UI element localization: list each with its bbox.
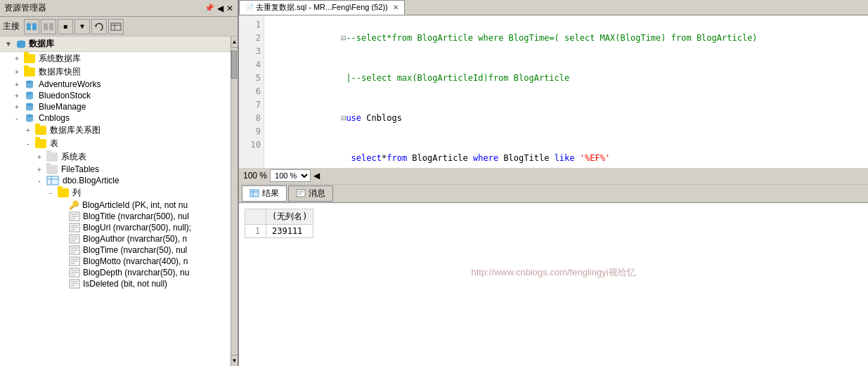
- tree-item-col-url[interactable]: BlogUrl (nvarchar(500), null);: [0, 222, 231, 233]
- expand-bluedonstock[interactable]: +: [11, 92, 22, 100]
- expand-tables[interactable]: -: [22, 140, 34, 148]
- expand-system-db[interactable]: +: [11, 55, 22, 63]
- expand-icon-db-root[interactable]: ▼: [3, 40, 14, 48]
- zoom-level: 100 %: [243, 171, 267, 181]
- left-panel-toolbar: 主接 ■ ▼: [0, 17, 238, 37]
- col-id-label: BlogArticleId (PK, int, not nu: [82, 200, 188, 210]
- results-table: (无列名) 1 239111: [245, 209, 313, 238]
- scroll-down-btn[interactable]: ▼: [231, 355, 238, 366]
- tree-item-db-snapshot[interactable]: + 数据库快照: [0, 65, 231, 79]
- zoom-left-arrow[interactable]: ◀: [313, 171, 320, 181]
- key-icon-col-id: 🔑: [69, 200, 79, 210]
- svg-rect-1: [32, 23, 37, 30]
- tree-item-col-depth[interactable]: BlogDepth (nvarchar(50), nu: [0, 267, 231, 278]
- svg-rect-3: [44, 23, 48, 30]
- tree-item-col-author[interactable]: BlogAuthor (nvarchar(50), n: [0, 233, 231, 244]
- svg-rect-48: [297, 190, 305, 197]
- col-icon-title: [69, 211, 80, 221]
- svg-rect-45: [250, 190, 259, 197]
- tree-item-blogarticle[interactable]: - dbo.BlogArticle: [0, 175, 231, 186]
- sql-line-1: ⊟--select*from BlogArticle where BlogTim…: [270, 18, 862, 58]
- bluemanage-label: BlueManage: [39, 102, 86, 112]
- scroll-track[interactable]: [231, 48, 238, 355]
- toolbar-btn-2[interactable]: [41, 19, 56, 34]
- col-author-label: BlogAuthor (nvarchar(50), n: [83, 234, 187, 244]
- toolbar-back-label: 主接: [3, 20, 20, 32]
- expand-columns[interactable]: -: [45, 189, 56, 197]
- expand-cnblogs[interactable]: -: [11, 115, 22, 122]
- sql-line-4: select*from BlogArticle where BlogTitle …: [270, 138, 862, 168]
- db-icon-cnblogs: [24, 113, 35, 123]
- svg-rect-14: [47, 176, 58, 185]
- toolbar-btn-extra[interactable]: [108, 19, 124, 34]
- resource-manager-title: 资源管理器: [4, 2, 46, 14]
- tree-container: ▼ 数据库 +: [0, 37, 231, 366]
- message-tab-label: 消息: [309, 188, 325, 200]
- expand-db-snapshot[interactable]: +: [11, 68, 22, 76]
- tree-item-system-db[interactable]: + 系统数据库: [0, 52, 231, 65]
- toolbar-btn-1[interactable]: [24, 19, 39, 34]
- tree-item-adventureworks[interactable]: + AdventureWorks: [0, 79, 231, 90]
- svg-rect-0: [27, 23, 31, 30]
- message-icon: [296, 189, 306, 197]
- zoom-bar: 100 % 100 % 75 % 125 % 150 % ◀: [239, 168, 868, 185]
- tree-item-cnblogs[interactable]: - Cnblogs: [0, 112, 231, 124]
- tree-item-filetables[interactable]: + FileTables: [0, 164, 231, 175]
- tree-item-columns[interactable]: - 列: [0, 186, 231, 200]
- auto-hide-icon[interactable]: ◀: [217, 4, 224, 13]
- tree-databases-header[interactable]: ▼ 数据库: [0, 37, 231, 52]
- toolbar-btn-filter[interactable]: ▼: [75, 19, 90, 34]
- db-icon-bluemanage: [24, 102, 35, 112]
- sql-editor-area: 1 2 3 4 5 6 7 8 9 10 ⊟--select: [239, 15, 868, 168]
- toolbar-btn-stop[interactable]: ■: [58, 19, 73, 34]
- folder-icon-filetables: [46, 165, 58, 174]
- tab-close-btn[interactable]: ✕: [393, 4, 399, 11]
- col-isdeleted-label: IsDeleted (bit, not null): [83, 279, 167, 289]
- table-row: 1 239111: [245, 224, 313, 237]
- expand-adventureworks[interactable]: +: [11, 81, 22, 89]
- tree-item-col-id[interactable]: 🔑 BlogArticleId (PK, int, not nu: [0, 200, 231, 211]
- expand-blogarticle[interactable]: -: [34, 177, 45, 185]
- tree-item-diagram[interactable]: + 数据库关系图: [0, 124, 231, 137]
- folder-icon-tables: [35, 139, 46, 148]
- tree-item-col-title[interactable]: BlogTitle (nvarchar(500), nul: [0, 211, 231, 222]
- pin-icon[interactable]: 📌: [205, 4, 214, 13]
- close-panel-icon[interactable]: ✕: [226, 4, 233, 13]
- tab-icon: 📄: [245, 4, 254, 11]
- row-number-1: 1: [245, 224, 266, 237]
- expand-filetables[interactable]: +: [34, 166, 45, 174]
- scroll-up-btn[interactable]: ▲: [231, 37, 238, 48]
- tree-item-col-isdeleted[interactable]: IsDeleted (bit, not null): [0, 278, 231, 289]
- svg-rect-6: [111, 23, 121, 30]
- col-icon-isdeleted: [69, 279, 80, 289]
- db-icon-bluedonstock: [24, 91, 35, 100]
- blogarticle-label: dbo.BlogArticle: [63, 176, 119, 185]
- col-icon-author: [69, 234, 80, 244]
- scroll-thumb[interactable]: [231, 51, 237, 79]
- results-tab-label: 结果: [262, 188, 279, 200]
- line-numbers: 1 2 3 4 5 6 7 8 9 10: [239, 15, 264, 168]
- diagram-label: 数据库关系图: [50, 124, 101, 136]
- sql-code-content[interactable]: ⊟--select*from BlogArticle where BlogTim…: [264, 15, 868, 168]
- left-panel-header: 资源管理器 📌 ◀ ✕: [0, 0, 238, 17]
- row-value-1: 239111: [266, 224, 313, 237]
- toolbar-btn-refresh[interactable]: [91, 19, 107, 34]
- tree-item-system-tables[interactable]: + 系统表: [0, 150, 231, 164]
- results-tab-result[interactable]: 结果: [242, 185, 287, 202]
- tree-item-col-time[interactable]: BlogTime (nvarchar(50), nul: [0, 244, 231, 256]
- cnblogs-label: Cnblogs: [39, 113, 70, 123]
- tree-item-bluemanage[interactable]: + BlueManage: [0, 101, 231, 112]
- left-panel-scrollbar[interactable]: ▲ ▼: [231, 37, 238, 366]
- editor-tab-active[interactable]: 📄 去重复数据.sql - MR...Feng\Feng (52)) ✕: [239, 0, 405, 15]
- tree-item-bluedonstock[interactable]: + BluedonStock: [0, 90, 231, 101]
- expand-bluemanage[interactable]: +: [11, 103, 22, 111]
- col-icon-depth: [69, 268, 80, 277]
- expand-system-tables[interactable]: +: [34, 153, 45, 161]
- tree-item-tables[interactable]: - 表: [0, 137, 231, 150]
- expand-diagram[interactable]: +: [22, 126, 34, 134]
- system-tables-label: 系统表: [61, 151, 86, 163]
- results-tab-message[interactable]: 消息: [288, 185, 333, 202]
- zoom-dropdown[interactable]: 100 % 75 % 125 % 150 %: [270, 169, 311, 182]
- tree-item-col-motto[interactable]: BlogMotto (nvarchar(400), n: [0, 256, 231, 267]
- tab-label: 去重复数据.sql - MR...Feng\Feng (52)): [256, 3, 388, 11]
